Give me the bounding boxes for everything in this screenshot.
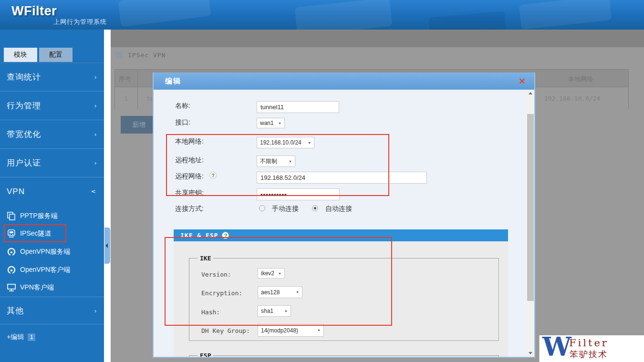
ike-encryption-label: Encryption:: [201, 290, 242, 297]
dropdown-arrow-icon: ▼: [296, 290, 299, 294]
shared-key-label: 共享密钥:: [175, 189, 204, 197]
chevron-down-icon: ∨: [91, 189, 98, 194]
dropdown-arrow-icon: ▼: [284, 310, 288, 313]
openvpn-icon: [7, 266, 16, 274]
dropdown-arrow-icon: ▼: [308, 141, 311, 145]
sidebar-item-pptp-server[interactable]: PPTP服务端: [0, 207, 104, 225]
openvpn-icon: [7, 248, 16, 256]
ike-dh-select[interactable]: 14(modp2048) ▼: [258, 324, 324, 337]
ike-hash-select[interactable]: sha1 ▼: [258, 305, 291, 317]
chevron-right-icon: ›: [94, 159, 96, 166]
top-banner: WFilter 上网行为管理系统: [0, 0, 644, 30]
auto-connect-radio[interactable]: [312, 205, 318, 211]
sidebar-item-ipsec-tunnel[interactable]: IPSec隧道: [0, 225, 104, 242]
esp-fieldset: [189, 355, 499, 357]
ike-version-label: Version:: [201, 271, 231, 278]
help-icon[interactable]: ?: [222, 232, 229, 239]
cell-index: 1: [124, 95, 128, 102]
add-button[interactable]: 新增: [121, 116, 157, 134]
ike-esp-section-header: IKE & ESP ?: [174, 229, 508, 241]
tab-modules[interactable]: 模块: [4, 48, 37, 62]
page-header: IPSec VPN: [114, 51, 166, 59]
local-network-label: 本地网络:: [175, 137, 204, 146]
ipsec-page-icon: [114, 51, 123, 59]
auto-connect-label: 自动连接: [325, 205, 352, 213]
sidebar-item-behavior-mgmt[interactable]: 行为管理 ›: [0, 91, 104, 120]
ike-esp-panel: IKE Version: ikev2 ▼ Encryption: aes128 …: [174, 241, 508, 357]
sidebar-item-openvpn-server[interactable]: OpenVPN服务端: [0, 243, 104, 260]
page-title: IPSec VPN: [128, 52, 166, 59]
shared-key-field[interactable]: [257, 188, 340, 200]
dialog-title: 编辑: [165, 77, 181, 86]
vendor-watermark: W Filter 笨驴技术: [539, 335, 644, 362]
scroll-up-arrow[interactable]: [527, 90, 534, 97]
keyboard-decoration: [519, 0, 612, 30]
tab-config[interactable]: 配置: [39, 48, 73, 62]
close-icon[interactable]: ✕: [519, 76, 526, 86]
tunnel-icon: [7, 229, 16, 238]
sidebar-edit-link[interactable]: +编辑 1: [7, 333, 35, 341]
sidebar-item-vpn-client[interactable]: VPN客户端: [0, 279, 104, 296]
manual-connect-label: 手动连接: [272, 205, 299, 213]
scrollbar-thumb[interactable]: [527, 114, 534, 301]
ike-hash-label: Hash:: [201, 309, 220, 316]
help-icon[interactable]: ?: [209, 172, 217, 179]
esp-legend: ESP: [197, 352, 213, 357]
sidebar-item-bandwidth[interactable]: 带宽优化 ›: [0, 120, 104, 148]
app-logo: WFilter: [11, 4, 57, 19]
connection-mode-label: 连接方式:: [175, 205, 204, 213]
manual-connect-radio[interactable]: [259, 205, 265, 211]
remote-address-label: 远程地址:: [175, 156, 204, 165]
monitor-icon: [7, 283, 16, 292]
sidebar-tabs: 模块 配置: [4, 48, 74, 62]
sidebar-item-user-auth[interactable]: 用户认证 ›: [0, 148, 104, 177]
wfilter-app: WFilter 上网行为管理系统 模块 配置 查询统计 › 行为管理 › 带宽优…: [0, 0, 644, 362]
dropdown-arrow-icon: ▼: [278, 272, 281, 275]
keyboard-decoration: [294, 0, 392, 30]
chevron-right-icon: ›: [94, 73, 96, 81]
watermark-subtitle: 笨驴技术: [570, 349, 608, 360]
keyboard-decoration: [118, 0, 211, 27]
sidebar-item-vpn[interactable]: VPN ∨: [0, 177, 104, 206]
sidebar-gutter: [104, 30, 111, 362]
dropdown-arrow-icon: ▼: [289, 160, 292, 163]
watermark-brand: Filter: [569, 337, 609, 349]
sidebar: 模块 配置 查询统计 › 行为管理 › 带宽优化 › 用户认证 › VPN ∨: [0, 30, 104, 362]
dropdown-arrow-icon: ▼: [317, 329, 321, 332]
edit-count-badge: 1: [28, 333, 35, 341]
sidebar-item-other[interactable]: 其他 ›: [0, 297, 104, 324]
dialog-scrollbar[interactable]: [527, 90, 534, 357]
ike-dh-label: DH Key Group:: [201, 327, 250, 334]
cell-local-network: 192.168.10.0/24: [544, 95, 600, 102]
remote-address-select[interactable]: 不限制 ▼: [257, 155, 295, 167]
sidebar-item-openvpn-client[interactable]: OpenVPN客户端: [0, 261, 104, 279]
chevron-right-icon: ›: [94, 102, 96, 109]
app-subtitle: 上网行为管理系统: [53, 18, 107, 26]
pages-icon: [7, 212, 16, 220]
main-top-toolbar: [111, 30, 644, 47]
dropdown-arrow-icon: ▼: [278, 122, 281, 125]
remote-network-field[interactable]: [257, 172, 427, 184]
interface-select[interactable]: wan1 ▼: [257, 118, 285, 128]
sidebar-collapse-handle[interactable]: [104, 228, 110, 264]
dialog-body: 名称: 接口: wan1 ▼ 本地网络: 192.168.10.0/24 ▼ 远…: [154, 90, 534, 357]
scroll-down-arrow[interactable]: [527, 349, 534, 357]
col-header-index: 序号: [119, 75, 131, 83]
interface-label: 接口:: [175, 118, 190, 127]
watermark-w-logo: W: [542, 331, 571, 362]
ike-legend: IKE: [197, 255, 213, 262]
name-field[interactable]: [257, 101, 339, 113]
keyboard-decoration: [428, 11, 506, 30]
col-header-local-network: 本地网络: [568, 75, 593, 83]
ike-version-select[interactable]: ikev2 ▼: [258, 268, 285, 279]
dialog-titlebar[interactable]: 编辑 ✕: [154, 72, 534, 90]
sidebar-item-query-stats[interactable]: 查询统计 ›: [0, 62, 104, 91]
chevron-right-icon: ›: [94, 131, 96, 138]
edit-dialog: 编辑 ✕ 名称: 接口: wan1 ▼ 本地网络: 192.168.10.0/2…: [153, 72, 535, 358]
remote-network-label: 远程网络:: [175, 172, 204, 181]
local-network-select[interactable]: 192.168.10.0/24 ▼: [257, 137, 314, 148]
ike-encryption-select[interactable]: aes128 ▼: [258, 286, 302, 298]
chevron-right-icon: ›: [94, 307, 96, 314]
name-label: 名称:: [175, 102, 190, 110]
